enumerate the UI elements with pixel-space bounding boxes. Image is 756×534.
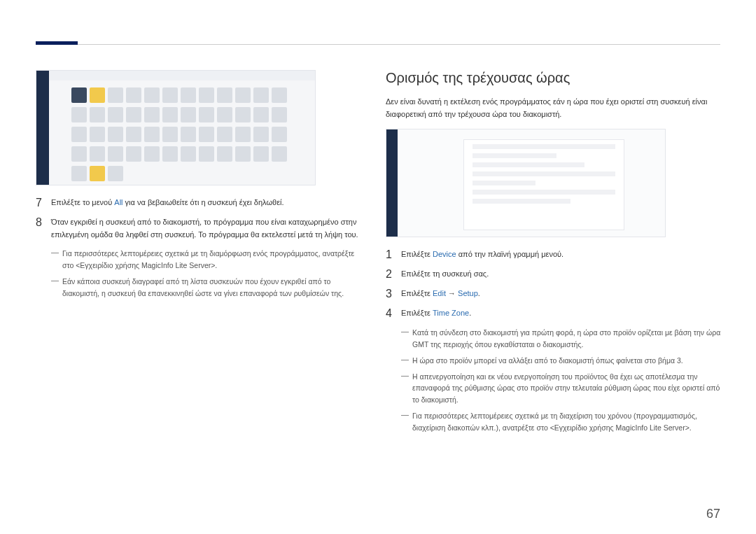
step-number: 7 [36, 197, 51, 209]
step-text: Όταν εγκριθεί η συσκευή από το διακομιστ… [51, 216, 365, 241]
page-number: 67 [706, 507, 720, 521]
intro-text: Δεν είναι δυνατή η εκτέλεση ενός προγράμ… [386, 96, 722, 120]
step-text: Επιλέξτε το μενού All για να βεβαιωθείτε… [51, 197, 284, 209]
note-text: Εάν κάποια συσκευή διαγραφεί από τη λίστ… [62, 276, 365, 300]
note-item: ― Εάν κάποια συσκευή διαγραφεί από τη λί… [36, 276, 365, 300]
step-number: 3 [386, 288, 401, 300]
step-text: Επιλέξτε Device από την πλαϊνή γραμμή με… [401, 248, 564, 261]
link-all: All [114, 198, 122, 206]
note-item: ― Κατά τη σύνδεση στο διακομιστή για πρώ… [386, 327, 722, 351]
header-accent [36, 41, 78, 45]
dash-icon: ― [51, 248, 62, 256]
section-title: Ορισμός της τρέχουσας ώρας [386, 70, 722, 86]
note-text: Για περισσότερες λεπτομέρειες σχετικά με… [412, 410, 722, 434]
link-device: Device [433, 250, 456, 258]
step-8: 8 Όταν εγκριθεί η συσκευή από το διακομι… [36, 216, 365, 241]
note-text: Για περισσότερες λεπτομέρειες σχετικά με… [62, 248, 365, 272]
note-text: Η απενεργοποίηση και εκ νέου ενεργοποίησ… [412, 371, 722, 406]
dash-icon: ― [401, 355, 412, 363]
link-edit: Edit [433, 289, 446, 297]
header-rule [36, 44, 720, 45]
screenshot-setup [386, 129, 666, 237]
step-4: 4 Επιλέξτε Time Zone. [386, 307, 722, 320]
left-column: 7 Επιλέξτε το μενού All για να βεβαιωθεί… [36, 70, 365, 303]
note-text: Η ώρα στο προϊόν μπορεί να αλλάξει από τ… [412, 355, 683, 367]
step-2: 2 Επιλέξτε τη συσκευή σας. [386, 268, 722, 281]
dash-icon: ― [401, 410, 412, 419]
step-number: 1 [386, 248, 401, 261]
step-number: 2 [386, 268, 401, 281]
dash-icon: ― [401, 327, 412, 335]
note-text: Κατά τη σύνδεση στο διακομιστή για πρώτη… [412, 327, 722, 351]
step-1: 1 Επιλέξτε Device από την πλαϊνή γραμμή … [386, 248, 722, 261]
link-setup: Setup [458, 289, 478, 297]
step-number: 4 [386, 307, 401, 320]
screenshot-device-grid [36, 70, 316, 185]
step-text: Επιλέξτε Edit → Setup. [401, 288, 480, 300]
step-7: 7 Επιλέξτε το μενού All για να βεβαιωθεί… [36, 197, 365, 209]
step-number: 8 [36, 216, 51, 229]
step-3: 3 Επιλέξτε Edit → Setup. [386, 288, 722, 300]
right-column: Ορισμός της τρέχουσας ώρας Δεν είναι δυν… [386, 70, 722, 438]
note-item: ― Η απενεργοποίηση και εκ νέου ενεργοποί… [386, 371, 722, 406]
link-timezone: Time Zone [433, 309, 469, 317]
dash-icon: ― [401, 371, 412, 379]
step-text: Επιλέξτε τη συσκευή σας. [401, 268, 489, 281]
note-item: ― Για περισσότερες λεπτομέρειες σχετικά … [36, 248, 365, 272]
step-text: Επιλέξτε Time Zone. [401, 307, 471, 320]
note-item: ― Η ώρα στο προϊόν μπορεί να αλλάξει από… [386, 355, 722, 367]
note-item: ― Για περισσότερες λεπτομέρειες σχετικά … [386, 410, 722, 434]
dash-icon: ― [51, 276, 62, 284]
